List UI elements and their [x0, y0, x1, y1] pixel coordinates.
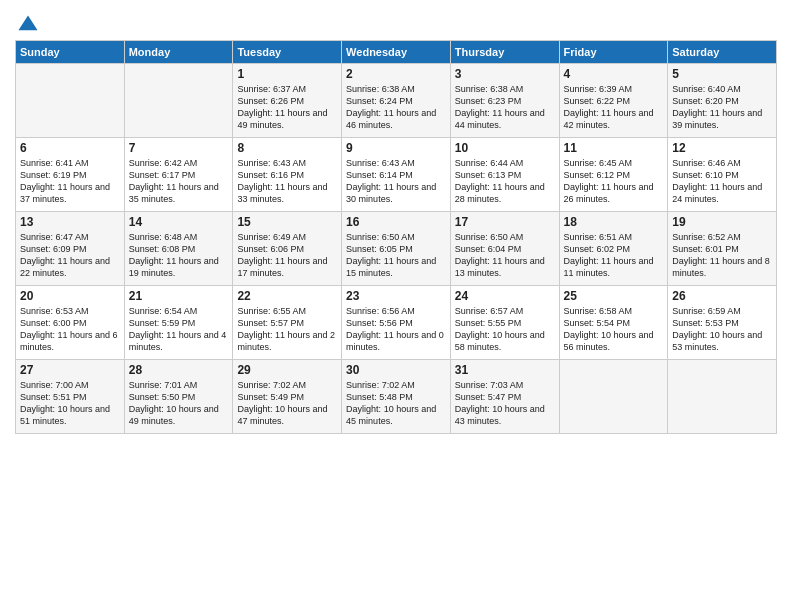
cell-info: Sunrise: 6:43 AM Sunset: 6:16 PM Dayligh…	[237, 157, 337, 206]
calendar-cell: 24Sunrise: 6:57 AM Sunset: 5:55 PM Dayli…	[450, 286, 559, 360]
cell-info: Sunrise: 6:58 AM Sunset: 5:54 PM Dayligh…	[564, 305, 664, 354]
cell-info: Sunrise: 6:42 AM Sunset: 6:17 PM Dayligh…	[129, 157, 229, 206]
cell-info: Sunrise: 6:38 AM Sunset: 6:24 PM Dayligh…	[346, 83, 446, 132]
calendar-header-row: SundayMondayTuesdayWednesdayThursdayFrid…	[16, 41, 777, 64]
day-header-wednesday: Wednesday	[342, 41, 451, 64]
week-row-2: 6Sunrise: 6:41 AM Sunset: 6:19 PM Daylig…	[16, 138, 777, 212]
day-number: 17	[455, 215, 555, 229]
cell-info: Sunrise: 6:44 AM Sunset: 6:13 PM Dayligh…	[455, 157, 555, 206]
day-number: 7	[129, 141, 229, 155]
calendar-cell: 27Sunrise: 7:00 AM Sunset: 5:51 PM Dayli…	[16, 360, 125, 434]
cell-info: Sunrise: 6:47 AM Sunset: 6:09 PM Dayligh…	[20, 231, 120, 280]
cell-info: Sunrise: 7:01 AM Sunset: 5:50 PM Dayligh…	[129, 379, 229, 428]
calendar-cell: 13Sunrise: 6:47 AM Sunset: 6:09 PM Dayli…	[16, 212, 125, 286]
day-number: 30	[346, 363, 446, 377]
cell-info: Sunrise: 7:03 AM Sunset: 5:47 PM Dayligh…	[455, 379, 555, 428]
calendar-cell: 28Sunrise: 7:01 AM Sunset: 5:50 PM Dayli…	[124, 360, 233, 434]
header	[15, 10, 777, 36]
day-number: 28	[129, 363, 229, 377]
cell-info: Sunrise: 6:38 AM Sunset: 6:23 PM Dayligh…	[455, 83, 555, 132]
cell-info: Sunrise: 6:43 AM Sunset: 6:14 PM Dayligh…	[346, 157, 446, 206]
calendar-cell: 12Sunrise: 6:46 AM Sunset: 6:10 PM Dayli…	[668, 138, 777, 212]
cell-info: Sunrise: 6:55 AM Sunset: 5:57 PM Dayligh…	[237, 305, 337, 354]
calendar-cell: 29Sunrise: 7:02 AM Sunset: 5:49 PM Dayli…	[233, 360, 342, 434]
cell-info: Sunrise: 6:40 AM Sunset: 6:20 PM Dayligh…	[672, 83, 772, 132]
cell-info: Sunrise: 6:45 AM Sunset: 6:12 PM Dayligh…	[564, 157, 664, 206]
cell-info: Sunrise: 6:53 AM Sunset: 6:00 PM Dayligh…	[20, 305, 120, 354]
cell-info: Sunrise: 7:00 AM Sunset: 5:51 PM Dayligh…	[20, 379, 120, 428]
calendar-cell: 31Sunrise: 7:03 AM Sunset: 5:47 PM Dayli…	[450, 360, 559, 434]
day-number: 18	[564, 215, 664, 229]
day-header-tuesday: Tuesday	[233, 41, 342, 64]
calendar-cell	[16, 64, 125, 138]
week-row-1: 1Sunrise: 6:37 AM Sunset: 6:26 PM Daylig…	[16, 64, 777, 138]
day-number: 23	[346, 289, 446, 303]
calendar-cell: 1Sunrise: 6:37 AM Sunset: 6:26 PM Daylig…	[233, 64, 342, 138]
cell-info: Sunrise: 6:48 AM Sunset: 6:08 PM Dayligh…	[129, 231, 229, 280]
week-row-4: 20Sunrise: 6:53 AM Sunset: 6:00 PM Dayli…	[16, 286, 777, 360]
day-number: 26	[672, 289, 772, 303]
calendar-cell: 23Sunrise: 6:56 AM Sunset: 5:56 PM Dayli…	[342, 286, 451, 360]
calendar-cell: 2Sunrise: 6:38 AM Sunset: 6:24 PM Daylig…	[342, 64, 451, 138]
cell-info: Sunrise: 6:59 AM Sunset: 5:53 PM Dayligh…	[672, 305, 772, 354]
day-number: 3	[455, 67, 555, 81]
calendar-cell: 15Sunrise: 6:49 AM Sunset: 6:06 PM Dayli…	[233, 212, 342, 286]
calendar-cell: 4Sunrise: 6:39 AM Sunset: 6:22 PM Daylig…	[559, 64, 668, 138]
logo	[15, 14, 39, 36]
cell-info: Sunrise: 6:52 AM Sunset: 6:01 PM Dayligh…	[672, 231, 772, 280]
calendar-cell: 5Sunrise: 6:40 AM Sunset: 6:20 PM Daylig…	[668, 64, 777, 138]
cell-info: Sunrise: 6:41 AM Sunset: 6:19 PM Dayligh…	[20, 157, 120, 206]
day-number: 21	[129, 289, 229, 303]
calendar-cell: 21Sunrise: 6:54 AM Sunset: 5:59 PM Dayli…	[124, 286, 233, 360]
calendar-cell: 3Sunrise: 6:38 AM Sunset: 6:23 PM Daylig…	[450, 64, 559, 138]
day-number: 31	[455, 363, 555, 377]
day-number: 5	[672, 67, 772, 81]
svg-marker-0	[18, 15, 37, 30]
day-number: 16	[346, 215, 446, 229]
cell-info: Sunrise: 6:56 AM Sunset: 5:56 PM Dayligh…	[346, 305, 446, 354]
week-row-3: 13Sunrise: 6:47 AM Sunset: 6:09 PM Dayli…	[16, 212, 777, 286]
week-row-5: 27Sunrise: 7:00 AM Sunset: 5:51 PM Dayli…	[16, 360, 777, 434]
day-number: 13	[20, 215, 120, 229]
day-number: 4	[564, 67, 664, 81]
day-number: 8	[237, 141, 337, 155]
calendar-cell: 17Sunrise: 6:50 AM Sunset: 6:04 PM Dayli…	[450, 212, 559, 286]
calendar-cell: 16Sunrise: 6:50 AM Sunset: 6:05 PM Dayli…	[342, 212, 451, 286]
cell-info: Sunrise: 6:49 AM Sunset: 6:06 PM Dayligh…	[237, 231, 337, 280]
calendar-cell: 11Sunrise: 6:45 AM Sunset: 6:12 PM Dayli…	[559, 138, 668, 212]
day-number: 11	[564, 141, 664, 155]
calendar-cell: 14Sunrise: 6:48 AM Sunset: 6:08 PM Dayli…	[124, 212, 233, 286]
day-number: 25	[564, 289, 664, 303]
calendar-cell	[124, 64, 233, 138]
calendar-table: SundayMondayTuesdayWednesdayThursdayFrid…	[15, 40, 777, 434]
day-number: 22	[237, 289, 337, 303]
day-number: 6	[20, 141, 120, 155]
day-number: 10	[455, 141, 555, 155]
cell-info: Sunrise: 6:51 AM Sunset: 6:02 PM Dayligh…	[564, 231, 664, 280]
cell-info: Sunrise: 6:37 AM Sunset: 6:26 PM Dayligh…	[237, 83, 337, 132]
calendar-cell: 8Sunrise: 6:43 AM Sunset: 6:16 PM Daylig…	[233, 138, 342, 212]
cell-info: Sunrise: 6:57 AM Sunset: 5:55 PM Dayligh…	[455, 305, 555, 354]
cell-info: Sunrise: 6:50 AM Sunset: 6:05 PM Dayligh…	[346, 231, 446, 280]
calendar-cell: 6Sunrise: 6:41 AM Sunset: 6:19 PM Daylig…	[16, 138, 125, 212]
cell-info: Sunrise: 6:54 AM Sunset: 5:59 PM Dayligh…	[129, 305, 229, 354]
cell-info: Sunrise: 6:39 AM Sunset: 6:22 PM Dayligh…	[564, 83, 664, 132]
calendar-cell: 25Sunrise: 6:58 AM Sunset: 5:54 PM Dayli…	[559, 286, 668, 360]
day-number: 24	[455, 289, 555, 303]
day-header-monday: Monday	[124, 41, 233, 64]
calendar-cell: 10Sunrise: 6:44 AM Sunset: 6:13 PM Dayli…	[450, 138, 559, 212]
day-number: 1	[237, 67, 337, 81]
day-number: 9	[346, 141, 446, 155]
logo-icon	[17, 14, 39, 36]
day-number: 20	[20, 289, 120, 303]
calendar-cell	[559, 360, 668, 434]
calendar-cell: 20Sunrise: 6:53 AM Sunset: 6:00 PM Dayli…	[16, 286, 125, 360]
day-number: 29	[237, 363, 337, 377]
page-container: SundayMondayTuesdayWednesdayThursdayFrid…	[0, 0, 792, 439]
cell-info: Sunrise: 7:02 AM Sunset: 5:49 PM Dayligh…	[237, 379, 337, 428]
day-number: 27	[20, 363, 120, 377]
calendar-cell: 9Sunrise: 6:43 AM Sunset: 6:14 PM Daylig…	[342, 138, 451, 212]
calendar-cell: 30Sunrise: 7:02 AM Sunset: 5:48 PM Dayli…	[342, 360, 451, 434]
day-number: 15	[237, 215, 337, 229]
calendar-cell: 19Sunrise: 6:52 AM Sunset: 6:01 PM Dayli…	[668, 212, 777, 286]
